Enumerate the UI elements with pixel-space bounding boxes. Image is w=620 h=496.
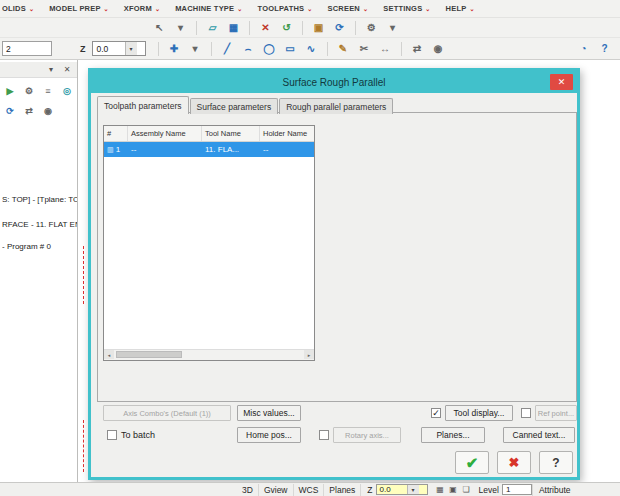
table-row[interactable]: ▥1 -- 11. FLA... -- xyxy=(104,142,314,157)
statusbar-gview[interactable]: Gview xyxy=(259,484,294,496)
chevron-down-icon[interactable]: ▾ xyxy=(186,39,205,58)
menu-item-xform[interactable]: XFORM⌄ xyxy=(124,4,160,13)
column-header-number[interactable]: # xyxy=(104,126,128,141)
misc-values-button[interactable]: Misc values... xyxy=(237,405,301,421)
chevron-down-icon: ▾ xyxy=(125,42,137,55)
planes-button[interactable]: Planes... xyxy=(421,427,485,443)
chevron-down-icon: ⌄ xyxy=(307,6,312,12)
chevron-down-icon: ⌄ xyxy=(29,6,34,12)
spline-icon[interactable]: ∿ xyxy=(302,39,321,58)
surface-rough-parallel-dialog: Surface Rough Parallel ✕ Toolpath parame… xyxy=(88,68,580,480)
gear-icon[interactable]: ⚙ xyxy=(21,83,37,99)
panel-header: ▾ ✕ xyxy=(0,62,77,78)
ref-point-checkbox[interactable] xyxy=(521,408,531,418)
layers-icon[interactable]: ❏ xyxy=(460,484,473,496)
ok-button[interactable]: ✔ xyxy=(455,451,489,474)
cancel-button[interactable]: ✖ xyxy=(497,451,531,474)
statusbar-level-combo[interactable]: 1 xyxy=(502,484,532,495)
help-button[interactable]: ? xyxy=(539,451,573,474)
gear-icon[interactable]: ⚙ xyxy=(362,18,381,37)
grid-icon[interactable]: ▦ xyxy=(434,484,447,496)
statusbar-3d-toggle[interactable]: 3D xyxy=(237,484,259,496)
column-header-assembly-name[interactable]: Assembly Name xyxy=(128,126,202,141)
scrollbar-track[interactable] xyxy=(114,350,304,360)
home-pos-button[interactable]: Home pos... xyxy=(237,427,301,443)
z-axis-label: Z xyxy=(80,44,86,54)
regen-icon[interactable]: ⟳ xyxy=(330,18,349,37)
close-icon[interactable]: ✕ xyxy=(61,64,73,76)
tree-item[interactable]: - Program # 0 xyxy=(2,242,77,251)
dialog-title: Surface Rough Parallel xyxy=(283,77,386,88)
tab-surface-parameters[interactable]: Surface parameters xyxy=(190,98,279,114)
swap-icon[interactable]: ⇄ xyxy=(408,39,427,58)
column-header-tool-name[interactable]: Tool Name xyxy=(202,126,260,141)
dialog-titlebar[interactable]: Surface Rough Parallel xyxy=(91,71,577,93)
close-button[interactable]: ✕ xyxy=(550,74,573,90)
grid-icon[interactable]: ▦ xyxy=(224,18,243,37)
cursor-icon[interactable]: ↖ xyxy=(150,18,169,37)
tree-item[interactable]: S: TOP] - [Tplane: TO xyxy=(2,195,77,204)
menu-item-toolpaths[interactable]: TOOLPATHS⌄ xyxy=(257,4,312,13)
eye-icon[interactable]: ◉ xyxy=(40,103,56,119)
scrollbar-thumb[interactable] xyxy=(116,351,182,358)
chevron-down-icon[interactable]: ▾ xyxy=(171,18,190,37)
swap-icon[interactable]: ⇄ xyxy=(21,103,37,119)
select-icon[interactable]: ▶ xyxy=(2,83,18,99)
tool-display-checkbox[interactable]: ✓ xyxy=(431,408,441,418)
menu-item-settings[interactable]: SETTINGS⌄ xyxy=(383,4,430,13)
refresh-icon[interactable]: ⟳ xyxy=(2,103,18,119)
target-icon[interactable]: ◎ xyxy=(59,83,75,99)
statusbar-planes[interactable]: Planes xyxy=(324,484,361,496)
rectangle-icon[interactable]: ▭ xyxy=(281,39,300,58)
pencil-icon[interactable]: ✎ xyxy=(334,39,353,58)
tool-list[interactable]: # Assembly Name Tool Name Holder Name ▥1… xyxy=(103,125,315,361)
delete-icon[interactable]: ✕ xyxy=(256,18,275,37)
chevron-down-icon: ⌄ xyxy=(469,6,474,12)
horizontal-scrollbar[interactable]: ◂ ▸ xyxy=(104,349,314,360)
tab-toolpath-parameters[interactable]: Toolpath parameters xyxy=(97,96,189,114)
statusbar-z-combo[interactable]: 0.0 ▾ xyxy=(376,484,428,495)
statusbar-attributes-button[interactable]: Attribute xyxy=(532,484,620,496)
chevron-down-icon[interactable]: ▾ xyxy=(45,64,57,76)
zoom-icon[interactable]: ◉ xyxy=(429,39,448,58)
z-value-combo[interactable]: 0.0 ▾ xyxy=(92,41,146,56)
scroll-right-icon[interactable]: ▸ xyxy=(304,350,314,359)
plane-icon[interactable]: ▱ xyxy=(203,18,222,37)
toolbar-separator xyxy=(401,42,402,56)
clipboard-icon[interactable]: ▣ xyxy=(309,18,328,37)
checkbox[interactable] xyxy=(107,430,117,440)
menu-item-screen[interactable]: SCREEN⌄ xyxy=(328,4,369,13)
dimension-icon[interactable]: ↔ xyxy=(376,39,395,58)
arc-icon[interactable]: ⌢ xyxy=(239,39,258,58)
undo-icon[interactable]: ↺ xyxy=(277,18,296,37)
autocursor-icon[interactable]: ✚ xyxy=(165,39,184,58)
column-header-holder-name[interactable]: Holder Name xyxy=(260,126,314,141)
chevron-down-icon[interactable]: ▾ xyxy=(383,18,402,37)
tool-list-header: # Assembly Name Tool Name Holder Name xyxy=(104,126,314,142)
canned-text-button[interactable]: Canned text... xyxy=(503,427,575,443)
statusbar-wcs[interactable]: WCS xyxy=(294,484,325,496)
menu-item-machine-type[interactable]: MACHINE TYPE⌄ xyxy=(175,4,242,13)
tree-item[interactable]: RFACE - 11. FLAT ENDMI xyxy=(2,220,77,229)
tab-rough-parallel-parameters[interactable]: Rough parallel parameters xyxy=(279,98,393,114)
sphere-icon[interactable]: ◔ xyxy=(574,39,593,58)
menu-item-solids[interactable]: OLIDS⌄ xyxy=(2,4,34,13)
to-batch-checkbox[interactable]: To batch xyxy=(107,430,155,440)
scroll-left-icon[interactable]: ◂ xyxy=(104,350,114,359)
menu-item-model-prep[interactable]: MODEL PREP⌄ xyxy=(49,4,109,13)
panel-icon[interactable]: ▣ xyxy=(447,484,460,496)
circle-icon[interactable]: ◯ xyxy=(260,39,279,58)
list-icon[interactable]: ≡ xyxy=(40,83,56,99)
tool-display-button[interactable]: Tool display... xyxy=(445,405,513,421)
menu-item-help[interactable]: HELP⌄ xyxy=(446,4,475,13)
trim-icon[interactable]: ✂ xyxy=(355,39,374,58)
app-window: OLIDS⌄ MODEL PREP⌄ XFORM⌄ MACHINE TYPE⌄ … xyxy=(0,0,620,496)
rotary-axis-checkbox[interactable] xyxy=(319,430,329,440)
chevron-down-icon: ▾ xyxy=(407,485,419,494)
line-icon[interactable]: ╱ xyxy=(218,39,237,58)
rotary-axis-button: Rotary axis... xyxy=(333,427,401,443)
coordinate-field[interactable]: 2 xyxy=(2,41,52,56)
dialog-tabs: Toolpath parameters Surface parameters R… xyxy=(97,96,394,114)
help-icon[interactable]: ? xyxy=(595,39,614,58)
toolbar-row-1: ↖ ▾ ▱ ▦ ✕ ↺ ▣ ⟳ ⚙ ▾ xyxy=(0,18,620,38)
